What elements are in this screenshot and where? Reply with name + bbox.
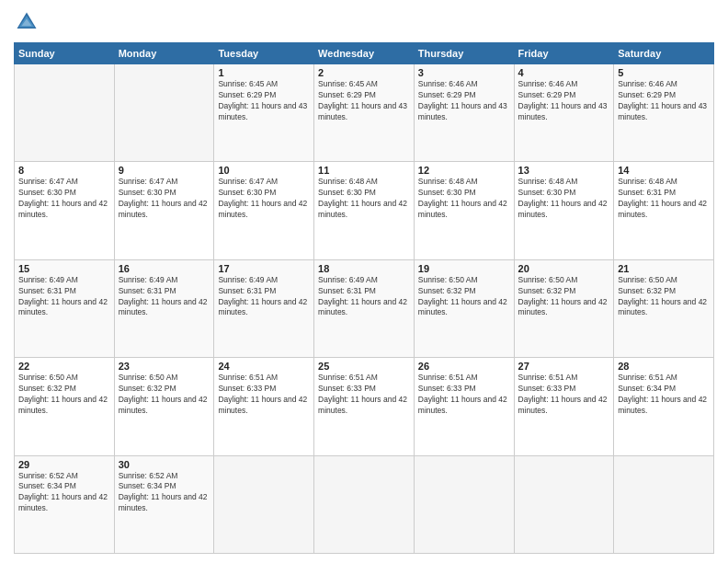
day-cell-14: 14 Sunrise: 6:48 AMSunset: 6:31 PMDaylig… bbox=[614, 162, 714, 259]
day-info: Sunrise: 6:46 AMSunset: 6:29 PMDaylight:… bbox=[618, 79, 707, 121]
day-cell-30: 30 Sunrise: 6:52 AMSunset: 6:34 PMDaylig… bbox=[114, 455, 214, 553]
day-cell-25: 25 Sunrise: 6:51 AMSunset: 6:33 PMDaylig… bbox=[314, 358, 415, 455]
day-cell-9: 9 Sunrise: 6:47 AMSunset: 6:30 PMDayligh… bbox=[114, 162, 214, 259]
day-number: 13 bbox=[518, 165, 610, 176]
day-number: 3 bbox=[418, 67, 510, 78]
day-info: Sunrise: 6:49 AMSunset: 6:31 PMDaylight:… bbox=[18, 275, 108, 317]
day-number: 5 bbox=[618, 67, 710, 78]
day-cell-18: 18 Sunrise: 6:49 AMSunset: 6:31 PMDaylig… bbox=[314, 259, 415, 357]
week-row-4: 22 Sunrise: 6:50 AMSunset: 6:32 PMDaylig… bbox=[15, 358, 714, 455]
day-info: Sunrise: 6:49 AMSunset: 6:31 PMDaylight:… bbox=[119, 275, 208, 317]
day-cell-3: 3 Sunrise: 6:46 AMSunset: 6:29 PMDayligh… bbox=[414, 64, 514, 162]
day-info: Sunrise: 6:51 AMSunset: 6:33 PMDaylight:… bbox=[218, 373, 307, 415]
day-info: Sunrise: 6:50 AMSunset: 6:32 PMDaylight:… bbox=[618, 275, 707, 317]
day-cell-2: 2 Sunrise: 6:45 AMSunset: 6:29 PMDayligh… bbox=[314, 64, 415, 162]
day-info: Sunrise: 6:45 AMSunset: 6:29 PMDaylight:… bbox=[218, 79, 307, 121]
day-cell-11: 11 Sunrise: 6:48 AMSunset: 6:30 PMDaylig… bbox=[314, 162, 415, 259]
day-cell-29: 29 Sunrise: 6:52 AMSunset: 6:34 PMDaylig… bbox=[15, 455, 115, 553]
day-info: Sunrise: 6:50 AMSunset: 6:32 PMDaylight:… bbox=[418, 275, 507, 317]
empty-cell bbox=[614, 455, 714, 553]
col-header-friday: Friday bbox=[514, 43, 614, 64]
day-number: 9 bbox=[119, 165, 210, 176]
day-info: Sunrise: 6:51 AMSunset: 6:33 PMDaylight:… bbox=[418, 373, 507, 415]
day-info: Sunrise: 6:51 AMSunset: 6:33 PMDaylight:… bbox=[518, 373, 608, 415]
day-cell-27: 27 Sunrise: 6:51 AMSunset: 6:33 PMDaylig… bbox=[514, 358, 614, 455]
day-number: 10 bbox=[218, 165, 310, 176]
day-cell-26: 26 Sunrise: 6:51 AMSunset: 6:33 PMDaylig… bbox=[414, 358, 514, 455]
week-row-5: 29 Sunrise: 6:52 AMSunset: 6:34 PMDaylig… bbox=[15, 455, 714, 553]
day-number: 22 bbox=[18, 361, 110, 372]
day-info: Sunrise: 6:47 AMSunset: 6:30 PMDaylight:… bbox=[218, 177, 307, 219]
day-number: 14 bbox=[618, 165, 710, 176]
day-info: Sunrise: 6:52 AMSunset: 6:34 PMDaylight:… bbox=[119, 471, 208, 513]
col-header-monday: Monday bbox=[114, 43, 214, 64]
col-header-thursday: Thursday bbox=[414, 43, 514, 64]
day-number: 21 bbox=[618, 263, 710, 274]
day-cell-16: 16 Sunrise: 6:49 AMSunset: 6:31 PMDaylig… bbox=[114, 259, 214, 357]
day-info: Sunrise: 6:52 AMSunset: 6:34 PMDaylight:… bbox=[18, 471, 108, 513]
col-header-saturday: Saturday bbox=[614, 43, 714, 64]
day-info: Sunrise: 6:48 AMSunset: 6:31 PMDaylight:… bbox=[618, 177, 707, 219]
day-number: 29 bbox=[18, 459, 110, 470]
week-row-1: 1 Sunrise: 6:45 AMSunset: 6:29 PMDayligh… bbox=[15, 64, 714, 162]
day-number: 20 bbox=[518, 263, 610, 274]
empty-cell bbox=[15, 64, 115, 162]
day-info: Sunrise: 6:51 AMSunset: 6:34 PMDaylight:… bbox=[618, 373, 707, 415]
day-number: 11 bbox=[318, 165, 410, 176]
empty-cell bbox=[514, 455, 614, 553]
empty-cell bbox=[114, 64, 214, 162]
day-number: 4 bbox=[518, 67, 610, 78]
day-info: Sunrise: 6:48 AMSunset: 6:30 PMDaylight:… bbox=[418, 177, 507, 219]
day-info: Sunrise: 6:49 AMSunset: 6:31 PMDaylight:… bbox=[318, 275, 407, 317]
day-cell-8: 8 Sunrise: 6:47 AMSunset: 6:30 PMDayligh… bbox=[15, 162, 115, 259]
day-cell-22: 22 Sunrise: 6:50 AMSunset: 6:32 PMDaylig… bbox=[15, 358, 115, 455]
day-cell-5: 5 Sunrise: 6:46 AMSunset: 6:29 PMDayligh… bbox=[614, 64, 714, 162]
logo-icon bbox=[14, 9, 40, 35]
day-number: 12 bbox=[418, 165, 510, 176]
day-number: 2 bbox=[318, 67, 410, 78]
col-header-tuesday: Tuesday bbox=[214, 43, 314, 64]
day-info: Sunrise: 6:48 AMSunset: 6:30 PMDaylight:… bbox=[318, 177, 407, 219]
day-info: Sunrise: 6:49 AMSunset: 6:31 PMDaylight:… bbox=[218, 275, 307, 317]
week-row-3: 15 Sunrise: 6:49 AMSunset: 6:31 PMDaylig… bbox=[15, 259, 714, 357]
week-row-2: 8 Sunrise: 6:47 AMSunset: 6:30 PMDayligh… bbox=[15, 162, 714, 259]
day-cell-12: 12 Sunrise: 6:48 AMSunset: 6:30 PMDaylig… bbox=[414, 162, 514, 259]
day-cell-17: 17 Sunrise: 6:49 AMSunset: 6:31 PMDaylig… bbox=[214, 259, 314, 357]
day-cell-4: 4 Sunrise: 6:46 AMSunset: 6:29 PMDayligh… bbox=[514, 64, 614, 162]
day-cell-24: 24 Sunrise: 6:51 AMSunset: 6:33 PMDaylig… bbox=[214, 358, 314, 455]
day-info: Sunrise: 6:47 AMSunset: 6:30 PMDaylight:… bbox=[18, 177, 108, 219]
day-number: 27 bbox=[518, 361, 610, 372]
day-cell-20: 20 Sunrise: 6:50 AMSunset: 6:32 PMDaylig… bbox=[514, 259, 614, 357]
day-number: 15 bbox=[18, 263, 110, 274]
day-number: 18 bbox=[318, 263, 410, 274]
col-header-sunday: Sunday bbox=[15, 43, 115, 64]
day-cell-15: 15 Sunrise: 6:49 AMSunset: 6:31 PMDaylig… bbox=[15, 259, 115, 357]
empty-cell bbox=[214, 455, 314, 553]
day-number: 30 bbox=[119, 459, 210, 470]
day-cell-13: 13 Sunrise: 6:48 AMSunset: 6:30 PMDaylig… bbox=[514, 162, 614, 259]
day-number: 28 bbox=[618, 361, 710, 372]
day-cell-10: 10 Sunrise: 6:47 AMSunset: 6:30 PMDaylig… bbox=[214, 162, 314, 259]
day-number: 26 bbox=[418, 361, 510, 372]
day-number: 19 bbox=[418, 263, 510, 274]
day-cell-28: 28 Sunrise: 6:51 AMSunset: 6:34 PMDaylig… bbox=[614, 358, 714, 455]
logo bbox=[14, 9, 43, 35]
day-info: Sunrise: 6:46 AMSunset: 6:29 PMDaylight:… bbox=[518, 79, 608, 121]
day-info: Sunrise: 6:50 AMSunset: 6:32 PMDaylight:… bbox=[119, 373, 208, 415]
day-cell-21: 21 Sunrise: 6:50 AMSunset: 6:32 PMDaylig… bbox=[614, 259, 714, 357]
col-header-wednesday: Wednesday bbox=[314, 43, 415, 64]
day-number: 25 bbox=[318, 361, 410, 372]
day-info: Sunrise: 6:45 AMSunset: 6:29 PMDaylight:… bbox=[318, 79, 407, 121]
day-info: Sunrise: 6:50 AMSunset: 6:32 PMDaylight:… bbox=[518, 275, 608, 317]
day-cell-19: 19 Sunrise: 6:50 AMSunset: 6:32 PMDaylig… bbox=[414, 259, 514, 357]
day-number: 16 bbox=[119, 263, 210, 274]
page: SundayMondayTuesdayWednesdayThursdayFrid… bbox=[0, 0, 728, 563]
header bbox=[14, 9, 714, 35]
day-cell-23: 23 Sunrise: 6:50 AMSunset: 6:32 PMDaylig… bbox=[114, 358, 214, 455]
day-info: Sunrise: 6:51 AMSunset: 6:33 PMDaylight:… bbox=[318, 373, 407, 415]
day-cell-1: 1 Sunrise: 6:45 AMSunset: 6:29 PMDayligh… bbox=[214, 64, 314, 162]
day-info: Sunrise: 6:50 AMSunset: 6:32 PMDaylight:… bbox=[18, 373, 108, 415]
day-info: Sunrise: 6:47 AMSunset: 6:30 PMDaylight:… bbox=[119, 177, 208, 219]
day-number: 23 bbox=[119, 361, 210, 372]
day-number: 24 bbox=[218, 361, 310, 372]
